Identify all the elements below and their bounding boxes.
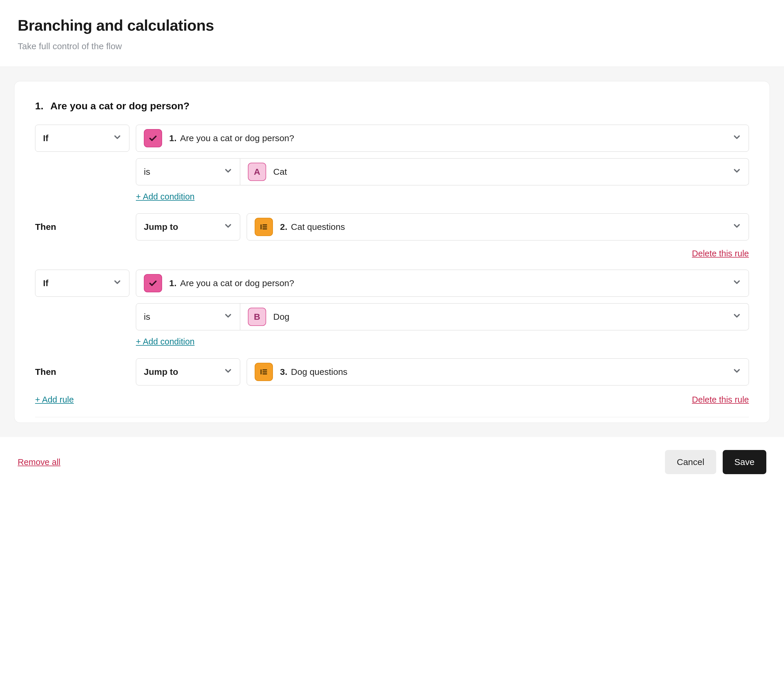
if-select[interactable]: If (35, 270, 129, 297)
footer-bar: Remove all Cancel Save (0, 437, 784, 492)
condition-line: is A Cat (35, 158, 749, 186)
then-line: Then Jump to (35, 358, 749, 386)
answer-text: Dog (273, 312, 289, 322)
add-condition-link[interactable]: + Add condition (136, 192, 749, 202)
if-line: If 1. Are you a cat or dog person? (35, 270, 749, 297)
if-select-label: If (43, 278, 48, 288)
chevron-down-icon (732, 366, 742, 378)
panel-question-text: Are you a cat or dog person? (50, 100, 189, 111)
operator-select[interactable]: is (136, 158, 240, 186)
footer-actions: Cancel Save (665, 450, 766, 474)
then-label: Then (35, 358, 129, 386)
condition-line: is B Dog (35, 303, 749, 330)
question-ref: 1. Are you a cat or dog person? (169, 133, 294, 143)
action-label: Jump to (144, 222, 178, 232)
add-rule-link[interactable]: + Add rule (35, 395, 74, 404)
question-ref-text: Are you a cat or dog person? (180, 278, 294, 288)
if-select-label: If (43, 133, 48, 143)
chevron-down-icon (224, 311, 233, 323)
if-line: If 1. Are you a cat or dog person? (35, 125, 749, 152)
target-select[interactable]: 2. Cat questions (247, 214, 749, 240)
action-select[interactable]: Jump to (136, 358, 240, 386)
panel-question-number: 1. (35, 100, 43, 111)
answer-letter-badge: A (248, 163, 266, 181)
question-ref-number: 1. (169, 278, 177, 288)
answer-select[interactable]: A Cat (240, 158, 749, 186)
form-icon (255, 218, 273, 236)
chevron-down-icon (224, 221, 233, 233)
rule-bottom-row: + Add rule Delete this rule (35, 395, 749, 404)
action-select[interactable]: Jump to (136, 214, 240, 240)
page-title: Branching and calculations (18, 17, 766, 34)
answer-letter-badge: B (248, 308, 266, 326)
add-condition-link[interactable]: + Add condition (136, 337, 749, 346)
chevron-down-icon (113, 133, 122, 144)
chevron-down-icon (224, 366, 233, 378)
if-select[interactable]: If (35, 125, 129, 152)
chevron-down-icon (732, 311, 742, 323)
chevron-down-icon (732, 221, 742, 233)
target-ref-text: Dog questions (291, 367, 348, 377)
rule-panel: 1. Are you a cat or dog person? If 1. Ar… (14, 81, 770, 423)
chevron-down-icon (224, 166, 233, 178)
check-icon (144, 274, 162, 292)
cancel-button[interactable]: Cancel (665, 450, 716, 474)
target-ref-number: 3. (280, 367, 287, 377)
panel-question-title: 1. Are you a cat or dog person? (35, 100, 749, 112)
operator-select[interactable]: is (136, 303, 240, 330)
target-ref: 2. Cat questions (280, 222, 345, 232)
operator-label: is (144, 312, 150, 322)
remove-all-link[interactable]: Remove all (18, 457, 60, 467)
page-subtitle: Take full control of the flow (18, 41, 766, 51)
save-button[interactable]: Save (723, 450, 766, 474)
rule-footer: Delete this rule (35, 249, 749, 258)
question-ref-text: Are you a cat or dog person? (180, 133, 294, 143)
add-condition-row: + Add condition (35, 337, 749, 346)
question-select[interactable]: 1. Are you a cat or dog person? (136, 125, 749, 152)
then-label: Then (35, 214, 129, 240)
chevron-down-icon (732, 278, 742, 289)
target-select[interactable]: 3. Dog questions (247, 358, 749, 386)
chevron-down-icon (732, 133, 742, 144)
chevron-down-icon (732, 166, 742, 178)
delete-rule-link[interactable]: Delete this rule (692, 395, 749, 404)
canvas: 1. Are you a cat or dog person? If 1. Ar… (0, 67, 784, 437)
then-line: Then Jump to (35, 214, 749, 240)
target-ref: 3. Dog questions (280, 367, 348, 377)
rule: If 1. Are you a cat or dog person? (35, 270, 749, 404)
add-condition-row: + Add condition (35, 192, 749, 202)
answer-text: Cat (273, 167, 287, 177)
delete-rule-link[interactable]: Delete this rule (692, 249, 749, 258)
target-ref-text: Cat questions (291, 222, 345, 232)
target-ref-number: 2. (280, 222, 287, 232)
check-icon (144, 129, 162, 147)
operator-label: is (144, 167, 150, 177)
chevron-down-icon (113, 278, 122, 289)
form-icon (255, 363, 273, 381)
action-label: Jump to (144, 367, 178, 377)
question-ref: 1. Are you a cat or dog person? (169, 278, 294, 288)
page-header: Branching and calculations Take full con… (0, 0, 784, 67)
answer-select[interactable]: B Dog (240, 303, 749, 330)
question-select[interactable]: 1. Are you a cat or dog person? (136, 270, 749, 297)
rule: If 1. Are you a cat or dog person? (35, 125, 749, 258)
question-ref-number: 1. (169, 133, 177, 143)
